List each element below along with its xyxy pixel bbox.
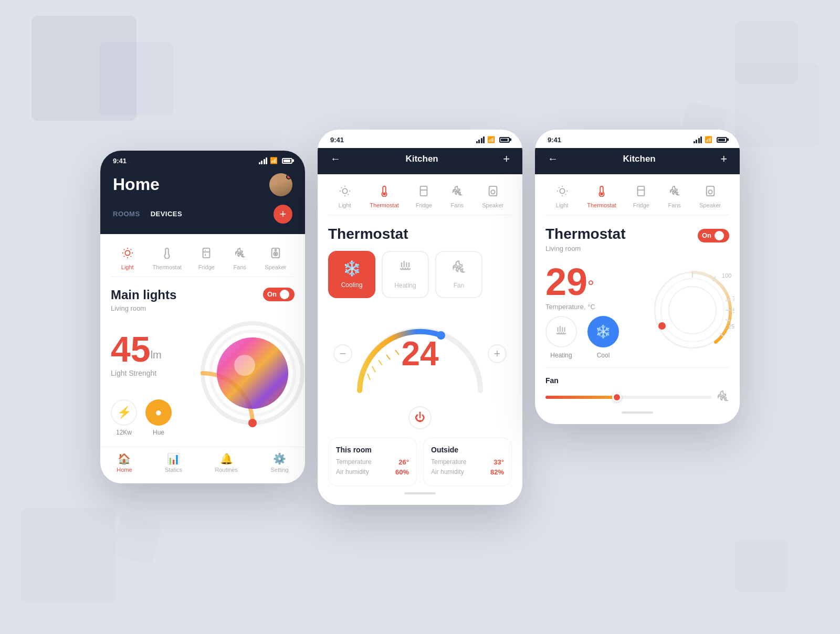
nav-routines[interactable]: 🔔 Routines <box>215 452 238 473</box>
fan-slider[interactable] <box>545 396 711 399</box>
fan-icon-2 <box>452 260 466 278</box>
routines-icon: 🔔 <box>220 452 233 465</box>
stat-label-hue: Hue <box>153 429 164 436</box>
category-tabs-1: Light Thermostat Fridge <box>111 245 295 277</box>
power-circle-2[interactable]: ⏻ <box>408 406 432 429</box>
device-name: Main lights <box>111 288 176 302</box>
svg-point-20 <box>248 419 257 427</box>
fan-slider-row <box>545 390 729 405</box>
temp-dial-2: 24 − + <box>328 307 512 401</box>
cat-tabs-3: Light Thermostat Fridge <box>545 174 729 215</box>
svg-point-47 <box>560 188 564 193</box>
speaker-icon-2 <box>485 183 501 199</box>
heating-label-3: Heating <box>550 352 572 359</box>
back-button-2[interactable]: ← <box>330 153 341 165</box>
cat3-speaker[interactable]: Speaker <box>699 183 721 208</box>
cat3-fridge[interactable]: Fridge <box>633 183 649 208</box>
cat2-fans[interactable]: Fans <box>449 183 466 208</box>
cat-tab-thermostat[interactable]: Thermostat <box>152 245 182 270</box>
mode-heating[interactable]: Heating <box>382 251 429 298</box>
svg-point-23 <box>342 188 347 193</box>
nav-home[interactable]: 🏠 Home <box>117 452 132 473</box>
cat2-speaker[interactable]: Speaker <box>482 183 503 208</box>
temp-gauge-section: 29° Temperature, °C <box>545 263 729 311</box>
light-value: 45 <box>111 329 151 369</box>
fans-icon-3 <box>666 183 683 199</box>
heating-label-2: Heating <box>394 282 416 289</box>
kitchen-title-3: Kitchen <box>623 154 655 164</box>
fridge-icon-1 <box>198 245 215 261</box>
cat-label-thermostat-1: Thermostat <box>152 264 182 270</box>
cool-item[interactable]: ❄️ Cool <box>587 316 619 359</box>
plus-button-3[interactable]: + <box>720 152 727 166</box>
user-avatar[interactable] <box>269 173 292 196</box>
hue-icon: ● <box>145 399 172 426</box>
fridge-icon-2 <box>415 183 432 199</box>
power-toggle-1[interactable]: On <box>263 288 295 301</box>
nav-label-setting: Setting <box>270 467 288 473</box>
status-bar-3: 9:41 📶 <box>535 130 740 148</box>
fans-icon-2 <box>449 183 466 199</box>
dial-plus-2[interactable]: + <box>488 344 507 363</box>
cat-tab-fridge[interactable]: Fridge <box>198 245 215 270</box>
rooms-tabs: ROOMS DEVICES + <box>113 205 292 224</box>
fan-icon-3 <box>717 390 729 405</box>
speaker-icon-1 <box>267 245 284 261</box>
svg-line-42 <box>372 366 375 372</box>
dial-minus-2[interactable]: − <box>333 344 352 363</box>
devices-tab[interactable]: DEVICES <box>151 210 183 218</box>
color-dial[interactable] <box>195 315 305 431</box>
svg-line-27 <box>348 194 349 194</box>
heating-item[interactable]: Heating <box>545 316 577 359</box>
cat3-thermostat[interactable]: Thermostat <box>587 183 616 208</box>
status-bar-2: 9:41 📶 <box>318 130 522 148</box>
light-unit: lm <box>151 348 162 360</box>
cat-label-light: Light <box>121 264 134 270</box>
power-icon: ⚡ <box>111 399 137 426</box>
cat-tab-speaker[interactable]: Speaker <box>265 245 286 270</box>
fan-slider-thumb[interactable] <box>612 393 622 402</box>
light-label: Light Strenght <box>111 369 162 377</box>
cat2-thermostat[interactable]: Thermostat <box>370 183 399 208</box>
divider-3 <box>545 367 729 368</box>
svg-point-54 <box>601 193 603 195</box>
cooling-label: Cooling <box>341 281 363 289</box>
back-button-3[interactable]: ← <box>548 153 558 165</box>
cat3-light[interactable]: Light <box>554 183 571 208</box>
cat-tab-fans[interactable]: Fans <box>232 245 248 270</box>
cat3-label-thermostat: Thermostat <box>587 202 616 208</box>
mode-cooling[interactable]: ❄️ Cooling <box>328 251 375 298</box>
plus-button-2[interactable]: + <box>503 152 510 166</box>
wifi-icon-3: 📶 <box>705 136 712 143</box>
mode-fan[interactable]: Fan <box>435 251 482 298</box>
nav-setting[interactable]: ⚙️ Setting <box>270 452 288 473</box>
outside-humidity-label: Air humidity <box>431 468 464 475</box>
this-room-humidity-label: Air humidity <box>336 468 369 475</box>
status-bar-1: 9:41 📶 <box>100 151 305 169</box>
svg-rect-9 <box>203 248 210 257</box>
kitchen-header-2: ← Kitchen + <box>318 148 522 174</box>
cat2-label-fridge: Fridge <box>416 202 432 208</box>
stat-label-kw: 12Kw <box>116 429 132 436</box>
svg-point-30 <box>383 193 385 195</box>
degree-symbol: ° <box>587 276 594 295</box>
cat2-light[interactable]: Light <box>337 183 353 208</box>
svg-point-61 <box>661 279 724 342</box>
svg-point-35 <box>491 190 495 194</box>
cat-label-fridge-1: Fridge <box>198 264 215 270</box>
cat3-fans[interactable]: Fans <box>666 183 683 208</box>
time-1: 9:41 <box>113 157 127 165</box>
nav-statics[interactable]: 📊 Statics <box>165 452 182 473</box>
power-toggle-3[interactable]: On <box>698 229 729 242</box>
svg-line-45 <box>395 350 399 355</box>
add-button[interactable]: + <box>274 205 292 224</box>
speaker-icon-3 <box>702 183 719 199</box>
svg-text:100: 100 <box>722 272 731 279</box>
cat-tab-light[interactable]: Light <box>119 245 136 270</box>
battery-icon-1 <box>282 158 292 164</box>
time-3: 9:41 <box>548 136 561 144</box>
cat-label-fans-1: Fans <box>234 264 246 270</box>
svg-point-0 <box>125 250 130 255</box>
cat2-fridge[interactable]: Fridge <box>415 183 432 208</box>
rooms-tab[interactable]: ROOMS <box>113 210 140 218</box>
